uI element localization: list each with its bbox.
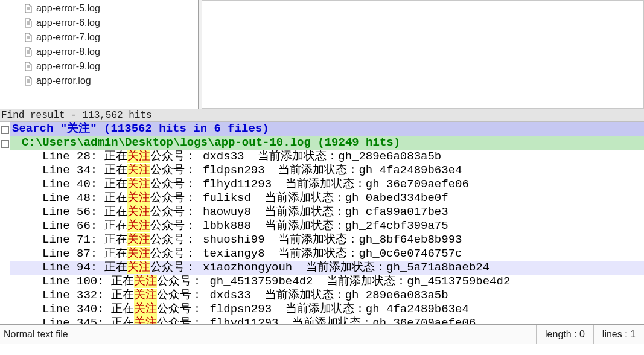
result-highlight: 关注	[134, 275, 157, 288]
result-line-text: Line 87: 正在关注公众号： texiangy8 当前添加状态：gh_0c…	[10, 247, 644, 261]
result-text-after: 公众号： dxds33 当前添加状态：gh_289e6a083a5b	[157, 289, 448, 302]
result-highlight: 关注	[127, 150, 150, 163]
result-line-number: Line 71:	[42, 233, 104, 246]
file-icon	[24, 76, 33, 86]
result-line-number: Line 28:	[42, 150, 104, 163]
result-highlight: 关注	[127, 233, 150, 246]
result-text-after: 公众号： flhyd11293 当前添加状态：gh_36e709aefe06	[157, 316, 476, 324]
result-text-after: 公众号： xiaozhongyouh 当前添加状态：gh_5a71a8baeb2…	[150, 261, 489, 274]
result-highlight: 关注	[134, 316, 157, 324]
find-result-panel[interactable]: -Search "关注" (113562 hits in 6 files)-C:…	[0, 122, 644, 324]
file-icon	[24, 62, 33, 71]
result-highlight: 关注	[127, 191, 150, 205]
result-line-number: Line 87:	[42, 247, 104, 260]
result-text-after: 公众号： texiangy8 当前添加状态：gh_0c6e0746757c	[150, 247, 462, 260]
result-text-after: 公众号： gh_4513759be4d2 当前添加状态：gh_4513759be…	[157, 275, 510, 288]
result-line-number: Line 100:	[42, 275, 111, 288]
result-text-before: 正在	[111, 275, 134, 288]
result-text-after: 公众号： fldpsn293 当前添加状态：gh_4fa2489b63e4	[150, 164, 462, 177]
fold-gutter[interactable]: -	[0, 122, 10, 136]
result-line-number: Line 340:	[42, 302, 111, 316]
search-header-row[interactable]: -Search "关注" (113562 hits in 6 files)	[0, 122, 644, 136]
result-highlight: 关注	[134, 302, 157, 316]
result-line-text: Line 94: 正在关注公众号： xiaozhongyouh 当前添加状态：g…	[10, 261, 644, 275]
result-line[interactable]: Line 48: 正在关注公众号： fuliksd 当前添加状态：gh_0abe…	[0, 191, 644, 205]
result-line[interactable]: Line 71: 正在关注公众号： shuoshi99 当前添加状态：gh_8b…	[0, 233, 644, 247]
file-tree-item-label: app-error-6.log	[36, 18, 100, 28]
file-tree-item-label: app-error.log	[36, 75, 91, 86]
result-line-text: Line 48: 正在关注公众号： fuliksd 当前添加状态：gh_0abe…	[10, 191, 644, 205]
result-line-text: Line 34: 正在关注公众号： fldpsn293 当前添加状态：gh_4f…	[10, 164, 644, 177]
result-highlight: 关注	[127, 247, 150, 260]
file-tree-item-label: app-error-9.log	[36, 61, 100, 72]
result-text-before: 正在	[111, 302, 134, 316]
result-line-number: Line 332:	[42, 289, 111, 302]
file-icon	[24, 47, 33, 57]
status-lines: lines : 1	[594, 325, 644, 344]
file-tree-item-label: app-error-7.log	[36, 32, 100, 43]
result-line[interactable]: Line 28: 正在关注公众号： dxds33 当前添加状态：gh_289e6…	[0, 150, 644, 164]
file-tree-item[interactable]: app-error.log	[0, 74, 198, 88]
result-line-number: Line 34:	[42, 164, 104, 177]
result-line[interactable]: Line 94: 正在关注公众号： xiaozhongyouh 当前添加状态：g…	[0, 261, 644, 275]
file-tree: app-error-5.logapp-error-6.logapp-error-…	[0, 0, 198, 88]
file-tree-panel[interactable]: app-error-5.logapp-error-6.logapp-error-…	[0, 0, 199, 109]
result-highlight: 关注	[127, 177, 150, 191]
collapse-icon[interactable]: -	[1, 126, 9, 134]
result-text-after: 公众号： dxds33 当前添加状态：gh_289e6a083a5b	[150, 150, 442, 163]
result-line[interactable]: Line 34: 正在关注公众号： fldpsn293 当前添加状态：gh_4f…	[0, 164, 644, 177]
result-highlight: 关注	[127, 261, 150, 274]
file-tree-item[interactable]: app-error-5.log	[0, 1, 198, 16]
status-file-type: Normal text file	[0, 325, 537, 344]
result-line-text: Line 332: 正在关注公众号： dxds33 当前添加状态：gh_289e…	[10, 289, 644, 302]
file-tree-item-label: app-error-8.log	[36, 46, 100, 57]
result-line-text: Line 71: 正在关注公众号： shuoshi99 当前添加状态：gh_8b…	[10, 233, 644, 247]
result-line[interactable]: Line 56: 正在关注公众号： haowuy8 当前添加状态：gh_cfa9…	[0, 205, 644, 219]
result-line-number: Line 94:	[42, 261, 104, 274]
file-tree-item[interactable]: app-error-9.log	[0, 59, 198, 74]
result-text-before: 正在	[104, 150, 127, 163]
file-tree-item[interactable]: app-error-6.log	[0, 16, 198, 30]
collapse-icon[interactable]: -	[1, 140, 9, 148]
result-line-text: Line 100: 正在关注公众号： gh_4513759be4d2 当前添加状…	[10, 275, 644, 289]
result-line[interactable]: Line 87: 正在关注公众号： texiangy8 当前添加状态：gh_0c…	[0, 247, 644, 261]
result-text-before: 正在	[104, 233, 127, 246]
result-line[interactable]: Line 100: 正在关注公众号： gh_4513759be4d2 当前添加状…	[0, 275, 644, 289]
file-tree-item-label: app-error-5.log	[36, 3, 100, 14]
file-tree-item[interactable]: app-error-8.log	[0, 45, 198, 59]
result-text-before: 正在	[104, 261, 127, 274]
result-text-after: 公众号： lbbk888 当前添加状态：gh_2f4cbf399a75	[150, 219, 448, 232]
result-line-number: Line 48:	[42, 191, 104, 205]
result-text-before: 正在	[104, 219, 127, 232]
result-line-text: Line 28: 正在关注公众号： dxds33 当前添加状态：gh_289e6…	[10, 150, 644, 164]
result-text-before: 正在	[111, 316, 134, 324]
find-result-title-bar: Find result - 113,562 hits	[0, 109, 644, 122]
editor-panel[interactable]	[199, 0, 644, 109]
result-line[interactable]: Line 66: 正在关注公众号： lbbk888 当前添加状态：gh_2f4c…	[0, 219, 644, 233]
search-header-text: Search "关注" (113562 hits in 6 files)	[10, 122, 644, 136]
result-line[interactable]: Line 332: 正在关注公众号： dxds33 当前添加状态：gh_289e…	[0, 289, 644, 302]
file-icon	[24, 33, 33, 42]
file-icon	[24, 18, 33, 28]
file-header-row[interactable]: -C:\Users\admin\Desktop\logs\app-out-10.…	[0, 136, 644, 150]
status-bar: Normal text file length : 0 lines : 1	[0, 324, 644, 344]
result-text-after: 公众号： fuliksd 当前添加状态：gh_0abed334be0f	[150, 191, 448, 205]
result-line-number: Line 56:	[42, 205, 104, 219]
file-icon	[24, 4, 33, 13]
file-header-text: C:\Users\admin\Desktop\logs\app-out-10.l…	[10, 136, 644, 150]
result-text-before: 正在	[104, 205, 127, 219]
result-line[interactable]: Line 345: 正在关注公众号： flhyd11293 当前添加状态：gh_…	[0, 316, 644, 324]
file-tree-item[interactable]: app-error-7.log	[0, 30, 198, 45]
result-text-after: 公众号： haowuy8 当前添加状态：gh_cfa99a017be3	[150, 205, 448, 219]
result-line[interactable]: Line 40: 正在关注公众号： flhyd11293 当前添加状态：gh_3…	[0, 177, 644, 191]
result-text-before: 正在	[104, 164, 127, 177]
result-line-number: Line 40:	[42, 177, 104, 191]
result-line-text: Line 40: 正在关注公众号： flhyd11293 当前添加状态：gh_3…	[10, 177, 644, 191]
result-text-after: 公众号： flhyd11293 当前添加状态：gh_36e709aefe06	[150, 177, 469, 191]
result-text-after: 公众号： fldpsn293 当前添加状态：gh_4fa2489b63e4	[157, 302, 469, 316]
result-highlight: 关注	[127, 219, 150, 232]
result-line[interactable]: Line 340: 正在关注公众号： fldpsn293 当前添加状态：gh_4…	[0, 302, 644, 316]
top-split: app-error-5.logapp-error-6.logapp-error-…	[0, 0, 644, 109]
fold-gutter[interactable]: -	[0, 136, 10, 150]
result-text-before: 正在	[104, 247, 127, 260]
